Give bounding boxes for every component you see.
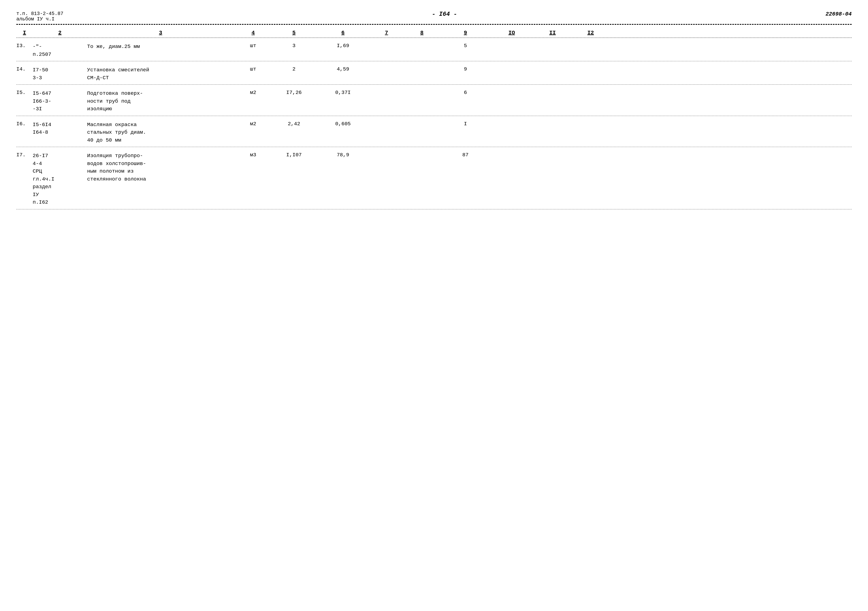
table-row: I4. I7-50 3-3 Установка смесителей СМ-Д-… [16,61,852,85]
row-num: I3. [16,43,33,49]
col-header-10: IO [490,29,533,36]
col-header-3: 3 [87,29,234,36]
row-desc: Подготовка поверх- ности труб под изоляц… [87,90,234,113]
table-row: I7. 26-I7 4-4 СРЦ гл.4ч.I раздел IУ п.I6… [16,147,852,209]
row-price: 0,37I [316,90,370,96]
row-desc: Изоляция трубопро- водов холстопрошив- н… [87,152,234,183]
row-code: I7-50 3-3 [33,66,87,82]
col-header-11: II [533,29,572,36]
row-code: -"- п.2507 [33,43,87,58]
row-col9: 5 [441,43,490,49]
col-header-6: 6 [316,29,370,36]
row-col9: I [441,121,490,127]
row-price: 78,9 [316,152,370,158]
row-qty: I,I07 [272,152,316,158]
header-left-line2: альбом IУ ч.I [16,16,64,22]
row-col9: 9 [441,66,490,72]
column-headers: I 2 3 4 5 6 7 8 9 IO II I2 [16,27,852,38]
col-header-1: I [16,29,33,36]
row-desc: Установка смесителей СМ-Д-СТ [87,66,234,82]
col-header-8: 8 [403,29,441,36]
header-right: 22698-04 [826,11,852,17]
row-code: I5-647 I66-3- -3I [33,90,87,113]
row-unit: м3 [234,152,272,158]
row-num: I7. [16,152,33,158]
table-body: I3. -"- п.2507 То же, диам.25 мм шт 3 I,… [16,38,852,209]
header-center: - I64 - [432,11,457,18]
row-qty: 3 [272,43,316,49]
row-qty: 2 [272,66,316,72]
row-num: I5. [16,90,33,96]
row-desc: То же, диам.25 мм [87,43,234,51]
col-header-12: I2 [572,29,610,36]
col-header-2: 2 [33,29,87,36]
row-price: 0,605 [316,121,370,127]
table-row: I3. -"- п.2507 То же, диам.25 мм шт 3 I,… [16,38,852,61]
row-unit: шт [234,66,272,72]
row-code: 26-I7 4-4 СРЦ гл.4ч.I раздел IУ п.I62 [33,152,87,206]
header-left: т.п. 813-2-45.87 альбом IУ ч.I [16,11,64,22]
row-num: I6. [16,121,33,127]
row-desc: Масляная окраска стальных труб диам. 40 … [87,121,234,144]
col-header-7: 7 [370,29,403,36]
row-unit: м2 [234,121,272,127]
row-code: I5-6I4 I64-8 [33,121,87,136]
row-price: I,69 [316,43,370,49]
row-unit: шт [234,43,272,49]
row-price: 4,59 [316,66,370,72]
header-left-line1: т.п. 813-2-45.87 [16,11,64,16]
col-header-4: 4 [234,29,272,36]
row-qty: I7,26 [272,90,316,96]
col-header-9: 9 [441,29,490,36]
row-col9: 87 [441,152,490,158]
row-num: I4. [16,66,33,72]
row-qty: 2,42 [272,121,316,127]
table-row: I6. I5-6I4 I64-8 Масляная окраска стальн… [16,116,852,147]
row-unit: м2 [234,90,272,96]
header: т.п. 813-2-45.87 альбом IУ ч.I - I64 - 2… [16,11,852,22]
col-header-5: 5 [272,29,316,36]
row-col9: 6 [441,90,490,96]
top-divider [16,24,852,25]
table-row: I5. I5-647 I66-3- -3I Подготовка поверх-… [16,85,852,116]
